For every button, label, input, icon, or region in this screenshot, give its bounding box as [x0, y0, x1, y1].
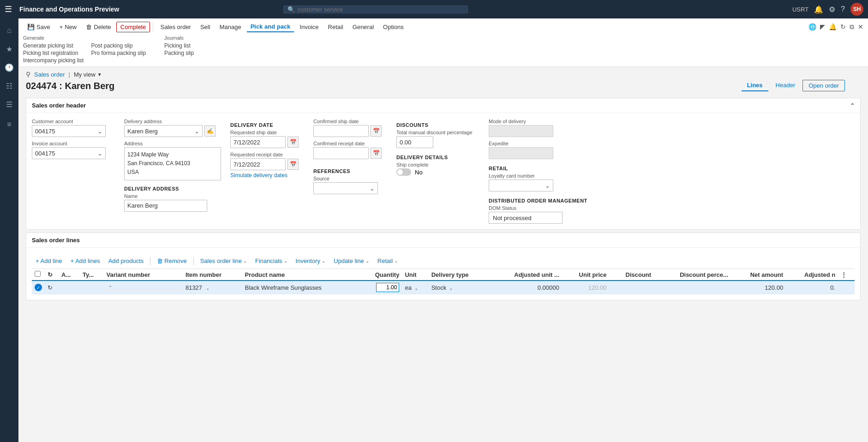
sidebar-icon-list[interactable]: ☰ — [1, 96, 18, 113]
avatar[interactable]: SH — [850, 3, 863, 16]
quantity-input[interactable] — [376, 283, 399, 292]
select-all-checkbox[interactable] — [35, 271, 41, 277]
simulate-delivery-link[interactable]: Simulate delivery dates — [230, 172, 304, 179]
update-line-button[interactable]: Update line ⌄ — [330, 256, 373, 266]
inventory-button[interactable]: Inventory ⌄ — [292, 256, 329, 266]
help-icon[interactable]: ? — [841, 5, 845, 13]
delivery-type-caret[interactable]: ⌄ — [449, 286, 453, 291]
table-row[interactable]: ✓ ↻ ⌄ 8 — [32, 281, 855, 294]
customer-account-select[interactable]: 004175 ⌄ — [32, 125, 106, 137]
remove-button[interactable]: 🗑 Remove — [153, 256, 190, 266]
username-label: USRT — [792, 6, 808, 13]
filter-icon[interactable]: ⚲ — [26, 71, 30, 78]
variant-caret[interactable]: ⌄ — [108, 283, 112, 288]
picking-list-journal-link[interactable]: Picking list — [164, 42, 194, 49]
requested-ship-date-input[interactable] — [230, 136, 286, 148]
close-icon[interactable]: ✕ — [858, 23, 863, 30]
pro-forma-packing-link[interactable]: Pro forma packing slip — [91, 50, 146, 56]
row-refresh-cell[interactable]: ↻ — [45, 281, 59, 294]
sidebar-icon-star[interactable]: ★ — [1, 41, 18, 57]
dom-section: DISTRIBUTED ORDER MANAGEMENT DOM Status … — [489, 198, 587, 224]
delivery-address-select[interactable]: Karen Berg ⌄ — [124, 125, 203, 137]
tab-header[interactable]: Header — [770, 80, 801, 91]
source-select[interactable]: ⌄ — [313, 182, 378, 194]
sales-order-lines-title[interactable]: Sales order lines — [26, 233, 860, 248]
tab-lines[interactable]: Lines — [742, 80, 768, 91]
confirmed-receipt-input[interactable] — [313, 147, 369, 159]
breadcrumb-link[interactable]: Sales order — [34, 71, 65, 78]
unit-caret[interactable]: ⌄ — [414, 286, 418, 291]
sidebar-icon-grid[interactable]: ☷ — [1, 78, 18, 94]
search-bar[interactable]: 🔍 — [283, 6, 468, 13]
confirmed-receipt-calendar-icon[interactable]: 📅 — [371, 148, 382, 159]
intercompany-picking-link[interactable]: Intercompany picking list — [23, 57, 84, 64]
retail-lines-button[interactable]: Retail ⌄ — [374, 256, 401, 266]
invoice-account-select[interactable]: 004175 ⌄ — [32, 147, 106, 159]
refresh-icon[interactable]: ↻ — [840, 23, 846, 30]
delivery-date-label: DELIVERY DATE — [230, 122, 304, 128]
confirmed-col: Confirmed ship date 📅 Confirmed receipt … — [313, 119, 387, 194]
confirmed-ship-calendar-icon[interactable]: 📅 — [371, 125, 382, 137]
retail-button[interactable]: Retail — [324, 22, 347, 32]
add-line-button[interactable]: + Add line — [32, 256, 66, 266]
save-button[interactable]: 💾 Save — [23, 22, 54, 32]
address-box: 1234 Maple Way San Francisco, CA 94103 U… — [124, 147, 221, 180]
notification-icon[interactable]: 🔔 — [829, 23, 837, 30]
confirmed-ship-label: Confirmed ship date — [313, 119, 387, 124]
delivery-address-field: Karen Berg ⌄ ✍ — [124, 125, 221, 137]
view-select[interactable]: My view ▼ — [74, 71, 102, 78]
sales-order-button[interactable]: Sales order — [156, 22, 195, 32]
row-check-cell[interactable]: ✓ — [32, 281, 45, 294]
sell-button[interactable]: Sell — [196, 22, 215, 32]
hamburger-icon[interactable]: ☰ — [5, 4, 12, 14]
general-button[interactable]: General — [348, 22, 378, 32]
add-products-button[interactable]: Add products — [105, 256, 148, 266]
open-order-button[interactable]: Open order — [802, 80, 845, 91]
sidebar-icon-hamburger[interactable]: ≡ — [1, 116, 18, 133]
new-button[interactable]: + New — [55, 22, 81, 32]
manage-button[interactable]: Manage — [216, 22, 245, 32]
packing-slip-journal-link[interactable]: Packing slip — [164, 50, 194, 56]
row-product-cell: Black Wireframe Sunglasses — [242, 281, 359, 294]
bell-icon[interactable]: 🔔 — [814, 5, 823, 14]
references-section: REFERENCES Source ⌄ — [313, 168, 387, 194]
delivery-address-edit-icon[interactable]: ✍ — [204, 125, 216, 137]
gear-icon[interactable]: ⚙ — [829, 5, 835, 14]
financials-button[interactable]: Financials ⌄ — [251, 256, 291, 266]
row-quantity-cell[interactable] — [359, 281, 402, 294]
requested-ship-calendar-icon[interactable]: 📅 — [287, 137, 299, 148]
sales-order-header-section-title[interactable]: Sales order header ⌃ — [26, 98, 860, 113]
invoice-button[interactable]: Invoice — [295, 22, 323, 32]
globe-icon[interactable]: 🌐 — [808, 23, 816, 30]
complete-button[interactable]: Complete — [116, 22, 150, 32]
popout-icon[interactable]: ⧉ — [850, 23, 854, 31]
search-input[interactable] — [298, 6, 464, 13]
picking-list-registration-link[interactable]: Picking list registration — [23, 50, 84, 56]
options-button[interactable]: Options — [379, 22, 408, 32]
view-chevron-icon: ▼ — [97, 72, 102, 77]
sales-order-lines-body: + Add line + Add lines Add products 🗑 — [26, 248, 860, 300]
item-caret[interactable]: ⌄ — [206, 286, 210, 291]
address-label: Address — [124, 141, 221, 146]
add-lines-button[interactable]: + Add lines — [67, 256, 104, 266]
confirmed-ship-input[interactable] — [313, 125, 369, 137]
mode-of-delivery-input[interactable] — [489, 125, 553, 137]
sidebar-icon-recent[interactable]: 🕐 — [1, 59, 18, 76]
lines-table-header-row: ↻ A... Ty... Variant number Item number … — [32, 269, 855, 281]
requested-receipt-date-input[interactable] — [230, 158, 286, 170]
pick-and-pack-button[interactable]: Pick and pack — [246, 21, 295, 32]
delete-button[interactable]: 🗑 Delete — [82, 22, 115, 32]
generate-picking-list-link[interactable]: Generate picking list — [23, 42, 84, 49]
sales-order-line-button[interactable]: Sales order line ⌄ — [197, 256, 251, 266]
total-manual-discount-input[interactable] — [396, 136, 433, 148]
expedite-input[interactable] — [489, 147, 553, 159]
layout-icon[interactable]: ◤ — [820, 23, 825, 30]
ship-complete-toggle[interactable] — [396, 168, 411, 176]
delivery-name-input[interactable] — [124, 200, 207, 212]
confirmed-ship-field: 📅 — [313, 125, 387, 137]
sidebar-icon-home[interactable]: ⌂ — [1, 22, 18, 39]
new-icon: + — [60, 24, 63, 30]
loyalty-card-select[interactable]: ⌄ — [489, 179, 553, 191]
requested-receipt-calendar-icon[interactable]: 📅 — [287, 159, 299, 170]
post-packing-slip-link[interactable]: Post packing slip — [91, 42, 146, 49]
